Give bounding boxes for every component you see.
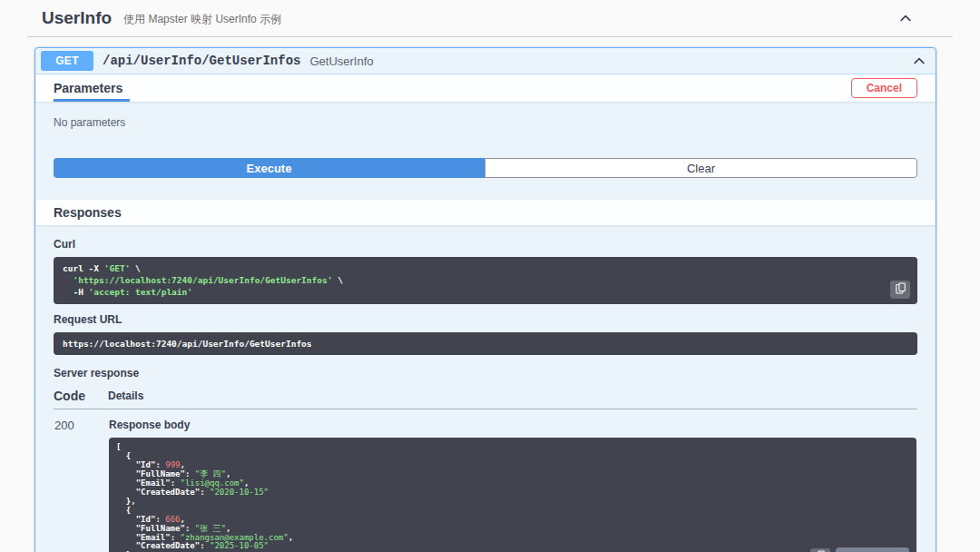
no-parameters-text: No parameters	[54, 116, 125, 129]
chevron-up-icon	[912, 57, 926, 71]
parameters-body: No parameters	[35, 102, 936, 151]
response-details-cell: Response body [ { "Id": 999, "FullName":…	[108, 409, 917, 552]
tag-header: UserInfo 使用 Mapster 映射 UserInfo 示例	[0, 0, 980, 34]
copy-response-button[interactable]	[810, 548, 830, 552]
copy-curl-button[interactable]	[890, 281, 910, 299]
tag-divider	[27, 36, 953, 37]
download-button[interactable]: Download	[836, 547, 909, 552]
server-response-table: Code Details 200 Response body [ { "Id":…	[54, 385, 917, 552]
response-body-block: [ { "Id": 999, "FullName": "李 四", "Email…	[109, 438, 916, 552]
clipboard-icon	[896, 282, 906, 297]
chevron-up-icon	[898, 15, 913, 28]
code-column-header: Code	[54, 385, 108, 409]
endpoint-path[interactable]: /api/UserInfo/GetUserInfos	[103, 54, 300, 68]
endpoint-summary-row[interactable]: GET /api/UserInfo/GetUserInfos GetUserIn…	[35, 48, 936, 74]
http-method-badge: GET	[41, 51, 93, 71]
curl-command: curl -X 'GET' \ 'https://localhost:7240/…	[54, 257, 917, 304]
tab-parameters[interactable]: Parameters	[54, 74, 130, 102]
execute-button[interactable]: Execute	[54, 158, 485, 178]
response-row: 200 Response body [ { "Id": 999, "FullNa…	[54, 409, 917, 552]
responses-title: Responses	[54, 205, 122, 220]
responses-section-header: Responses	[35, 200, 936, 225]
cancel-button[interactable]: Cancel	[851, 78, 917, 98]
clear-button[interactable]: Clear	[485, 158, 917, 178]
response-body-actions: Download	[810, 547, 909, 552]
execute-row: Execute Clear	[35, 151, 936, 200]
response-body-code: [ { "Id": 999, "FullName": "李 四", "Email…	[109, 438, 916, 552]
opblock-get: GET /api/UserInfo/GetUserInfos GetUserIn…	[34, 47, 936, 552]
swagger-page: UserInfo 使用 Mapster 映射 UserInfo 示例 GET /…	[0, 0, 980, 552]
tag-title[interactable]: UserInfo	[42, 8, 112, 28]
request-url-label: Request URL	[54, 313, 917, 326]
parameters-section-header: Parameters Cancel	[35, 74, 936, 102]
endpoint-collapse-button[interactable]	[912, 54, 926, 68]
request-url-value: https://localhost:7240/api/UserInfo/GetU…	[54, 332, 917, 355]
request-url-block: https://localhost:7240/api/UserInfo/GetU…	[54, 332, 917, 355]
endpoint-summary-text: GetUserInfo	[309, 54, 373, 68]
tag-collapse-button[interactable]	[898, 11, 913, 25]
status-code: 200	[54, 409, 108, 552]
response-body-label: Response body	[109, 419, 916, 431]
server-response-label: Server response	[54, 367, 917, 380]
tag-description: 使用 Mapster 映射 UserInfo 示例	[123, 9, 281, 27]
opblock-body: Parameters Cancel No parameters Execute …	[35, 74, 936, 552]
responses-body: Curl curl -X 'GET' \ 'https://localhost:…	[35, 225, 936, 552]
curl-block: curl -X 'GET' \ 'https://localhost:7240/…	[54, 257, 917, 304]
details-column-header: Details	[108, 385, 917, 409]
curl-label: Curl	[54, 238, 917, 251]
